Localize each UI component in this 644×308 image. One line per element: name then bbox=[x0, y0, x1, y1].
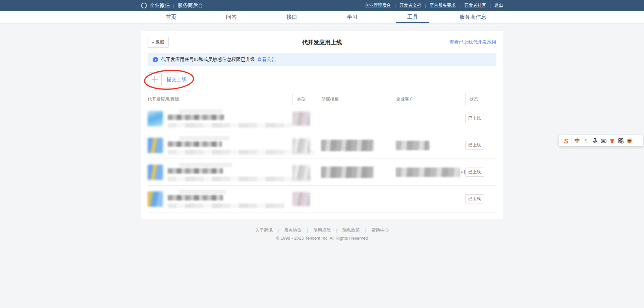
wechat-work-logo-icon bbox=[141, 2, 147, 9]
notice-banner: i 代开发应用账号ID和成员敏感信息权限已升级 查看公告 bbox=[148, 53, 496, 66]
main-card: « 返回 代开发应用上线 查看已上线代开发应用 i 代开发应用账号ID和成员敏感… bbox=[141, 31, 503, 219]
app-logo-redacted bbox=[148, 191, 163, 207]
col-status: 状态 bbox=[465, 93, 496, 105]
nav-tabs-bar: 首页 问答 接口 学习 工具 服务商信息 bbox=[0, 11, 644, 23]
status-badge: 已上线 bbox=[465, 194, 484, 203]
submit-online-label: 提交上线 bbox=[166, 76, 186, 83]
product-name: 服务商后台 bbox=[178, 2, 203, 9]
brand-name: 企业微信 bbox=[150, 2, 170, 9]
brand-divider: | bbox=[173, 3, 174, 8]
col-owning-template: 所属模板 bbox=[317, 93, 392, 105]
footer-link-about[interactable]: 关于腾讯 bbox=[255, 228, 273, 233]
virtual-keyboard-icon[interactable] bbox=[599, 136, 608, 145]
tab-qa[interactable]: 问答 bbox=[201, 11, 262, 23]
tab-tools[interactable]: 工具 bbox=[382, 11, 443, 23]
ai-assistant-icon[interactable] bbox=[625, 136, 634, 145]
submit-online-button[interactable]: 提交上线 bbox=[148, 72, 186, 86]
redacted-app-detail bbox=[168, 203, 285, 208]
redacted-app-name bbox=[168, 141, 222, 147]
customer-suffix: 司 bbox=[461, 169, 465, 175]
footer-link-help-center[interactable]: 帮助中心 bbox=[371, 228, 389, 233]
footer-link-service-agreement[interactable]: 服务协议 bbox=[284, 228, 302, 233]
col-app-template: 代开发应用/模版 bbox=[148, 93, 292, 105]
toolbox-grid-icon[interactable] bbox=[616, 136, 625, 145]
card-header: « 返回 代开发应用上线 查看已上线代开发应用 bbox=[148, 36, 496, 49]
table-row[interactable]: . 已上线 bbox=[148, 132, 496, 159]
redacted-text bbox=[179, 163, 232, 167]
col-enterprise-customer: 企业客户 bbox=[392, 93, 465, 105]
link-separator: | bbox=[490, 3, 491, 8]
notice-text: 代开发应用账号ID和成员敏感信息权限已升级 bbox=[161, 57, 255, 63]
back-arrow-icon: « bbox=[152, 40, 154, 45]
link-separator: | bbox=[425, 3, 426, 8]
back-label: 返回 bbox=[156, 39, 164, 45]
redacted-customer bbox=[396, 141, 429, 150]
footer: 关于腾讯 | 服务协议 | 使用规范 | 隐私政策 | 帮助中心 © 1998 … bbox=[0, 227, 644, 241]
redacted-type bbox=[292, 165, 310, 179]
table-row[interactable]: 已上线 bbox=[148, 105, 496, 132]
status-badge: 已上线 bbox=[465, 114, 484, 123]
redacted-text bbox=[179, 109, 222, 114]
topbar-links: 企业管理后台 | 开发者文档 | 平台服务要求 | 开发者社区 | 退出 bbox=[365, 2, 503, 8]
footer-link-privacy-policy[interactable]: 隐私政策 bbox=[342, 228, 360, 233]
sogou-logo-icon[interactable]: S bbox=[562, 136, 571, 145]
link-separator: | bbox=[460, 3, 461, 8]
footer-link-usage-rules[interactable]: 使用规范 bbox=[313, 228, 331, 233]
copyright: © 1998 - 2025 Tencent Inc. All Rights Re… bbox=[0, 236, 644, 241]
tab-provider-info[interactable]: 服务商信息 bbox=[443, 11, 503, 23]
link-logout[interactable]: 退出 bbox=[494, 2, 503, 8]
link-developer-docs[interactable]: 开发者文档 bbox=[399, 2, 421, 8]
redacted-type bbox=[292, 192, 310, 206]
redacted-app-name bbox=[168, 115, 224, 120]
redacted-text bbox=[179, 136, 229, 140]
table-header-row: 代开发应用/模版 类型 所属模板 企业客户 状态 bbox=[148, 93, 496, 105]
tab-learn[interactable]: 学习 bbox=[322, 11, 382, 23]
topbar: 企业微信 | 服务商后台 企业管理后台 | 开发者文档 | 平台服务要求 | 开… bbox=[0, 0, 644, 11]
tab-home[interactable]: 首页 bbox=[141, 11, 201, 23]
redacted-type bbox=[292, 112, 310, 126]
footer-separator: | bbox=[307, 228, 308, 233]
table-row[interactable]: 司 已上线 bbox=[148, 159, 496, 186]
link-enterprise-admin[interactable]: 企业管理后台 bbox=[365, 2, 391, 8]
redacted-type bbox=[292, 138, 310, 152]
table-row[interactable]: 已上线 bbox=[148, 186, 496, 212]
skin-center-icon[interactable] bbox=[608, 136, 616, 145]
footer-separator: | bbox=[278, 228, 279, 233]
redacted-app-name bbox=[168, 195, 223, 200]
redacted-template bbox=[321, 167, 374, 178]
redacted-customer bbox=[396, 168, 460, 177]
plus-icon bbox=[151, 76, 158, 83]
view-online-apps-link[interactable]: 查看已上线代开发应用 bbox=[449, 39, 496, 45]
app-logo-redacted bbox=[148, 111, 163, 126]
app-logo-redacted bbox=[148, 165, 163, 180]
info-icon: i bbox=[153, 57, 158, 62]
ime-toolbar: S 中 °, bbox=[559, 135, 643, 146]
redacted-template bbox=[321, 140, 374, 151]
redacted-app-detail bbox=[168, 123, 292, 128]
view-announcement-link[interactable]: 查看公告 bbox=[257, 57, 276, 63]
toolbar-divider bbox=[572, 138, 572, 144]
footer-separator: | bbox=[336, 228, 337, 233]
col-type: 类型 bbox=[292, 93, 317, 105]
plus-box bbox=[148, 72, 162, 86]
apps-table: 代开发应用/模版 类型 所属模板 企业客户 状态 已上线 bbox=[148, 93, 496, 212]
link-developer-community[interactable]: 开发者社区 bbox=[464, 2, 486, 8]
app-logo-redacted bbox=[148, 138, 163, 153]
redacted-app-detail bbox=[168, 177, 311, 181]
chinese-mode-icon[interactable]: 中 bbox=[573, 136, 582, 145]
footer-separator: | bbox=[365, 228, 366, 233]
link-platform-requirements[interactable]: 平台服务要求 bbox=[430, 2, 456, 8]
voice-input-icon[interactable] bbox=[590, 136, 599, 145]
page-title: 代开发应用上线 bbox=[148, 39, 496, 46]
status-badge: 已上线 bbox=[465, 141, 484, 150]
brand[interactable]: 企业微信 | 服务商后台 bbox=[141, 2, 203, 9]
customer-suffix: . bbox=[430, 143, 431, 148]
back-button[interactable]: « 返回 bbox=[148, 37, 169, 48]
tab-api[interactable]: 接口 bbox=[262, 11, 322, 23]
redacted-app-name bbox=[168, 168, 223, 174]
link-separator: | bbox=[395, 3, 396, 8]
redacted-text bbox=[179, 190, 226, 194]
status-badge: 已上线 bbox=[465, 168, 484, 177]
punctuation-mode-icon[interactable]: °, bbox=[582, 136, 590, 145]
